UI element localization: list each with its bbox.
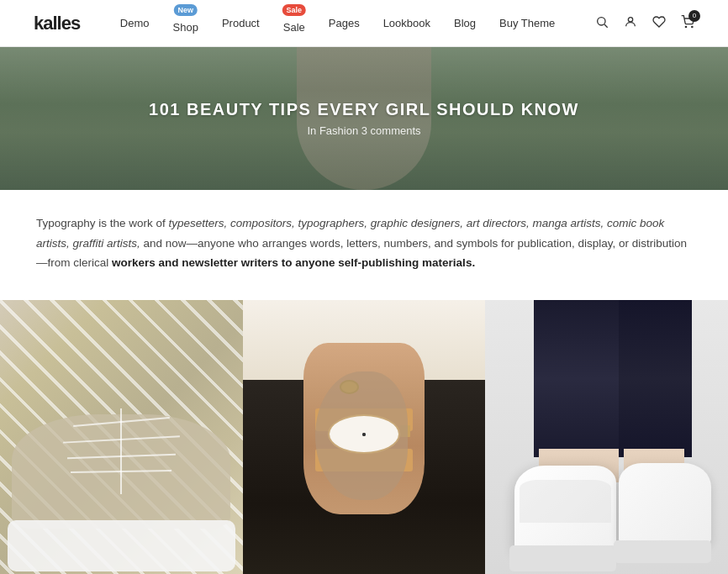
cart-icon[interactable]: 0 (681, 15, 694, 32)
wishlist-icon[interactable] (652, 15, 666, 32)
nav-label-blog: Blog (454, 17, 476, 29)
nav-label-product: Product (222, 17, 260, 29)
hero-content: 101 BEAUTY TIPS EVERY GIRL SHOULD KNOW I… (149, 100, 579, 137)
user-icon[interactable] (624, 15, 637, 32)
jeans-left (534, 300, 619, 457)
nav-item-product[interactable]: Product (222, 17, 260, 29)
svg-point-2 (628, 17, 632, 21)
nav-item-demo[interactable]: Demo (120, 17, 150, 29)
hero-category-link[interactable]: Fashion (319, 124, 361, 137)
svg-line-1 (604, 24, 608, 28)
cart-count: 0 (688, 10, 700, 22)
hero-comments: 3 comments (361, 124, 421, 137)
search-icon[interactable] (595, 15, 609, 32)
nav-item-lookbook[interactable]: Lookbook (383, 17, 430, 29)
site-header: kalles Demo New Shop Product Sale Sale P… (0, 0, 728, 47)
hero-subtitle-prefix: In (307, 124, 316, 137)
hero-title: 101 BEAUTY TIPS EVERY GIRL SHOULD KNOW (149, 100, 579, 119)
nav-label-demo: Demo (120, 17, 150, 29)
article-paragraph: Typography is the work of typesetters, c… (36, 213, 692, 273)
grid-image-watch (243, 300, 486, 574)
jeans-right (619, 300, 692, 457)
badge-sale: Sale (282, 4, 306, 16)
grid-image-sneaker (0, 300, 243, 574)
svg-point-3 (685, 26, 686, 27)
image-grid (0, 300, 728, 574)
shoe-sole (8, 520, 235, 571)
nav-label-shop: Shop (173, 21, 198, 34)
logo[interactable]: kalles (34, 13, 80, 34)
nav-label-sale: Sale (283, 21, 305, 34)
header-icons: 0 (595, 15, 694, 32)
nav-label-lookbook: Lookbook (383, 17, 430, 29)
article-bold: workers and newsletter writers to anyone… (112, 256, 475, 269)
svg-point-0 (598, 17, 605, 24)
nav-label-buy-theme: Buy Theme (499, 17, 555, 29)
main-nav: Demo New Shop Product Sale Sale Pages Lo… (120, 13, 555, 34)
nav-label-pages: Pages (329, 17, 360, 29)
nav-item-blog[interactable]: Blog (454, 17, 476, 29)
grid-image-white-sneaker (485, 300, 728, 574)
nav-item-pages[interactable]: Pages (329, 17, 360, 29)
nav-item-sale[interactable]: Sale Sale (283, 13, 305, 34)
watch-face (328, 414, 401, 455)
article-text-start: Typography is the work of (36, 217, 169, 229)
hero-banner: 101 BEAUTY TIPS EVERY GIRL SHOULD KNOW I… (0, 47, 728, 190)
nav-item-buy-theme[interactable]: Buy Theme (499, 17, 555, 29)
badge-new: New (173, 4, 198, 16)
nav-item-shop[interactable]: New Shop (173, 13, 198, 34)
article-body: Typography is the work of typesetters, c… (3, 190, 725, 293)
svg-point-4 (692, 26, 693, 27)
hero-subtitle: In Fashion 3 comments (149, 124, 579, 137)
sneaker-left-sole (509, 545, 616, 571)
